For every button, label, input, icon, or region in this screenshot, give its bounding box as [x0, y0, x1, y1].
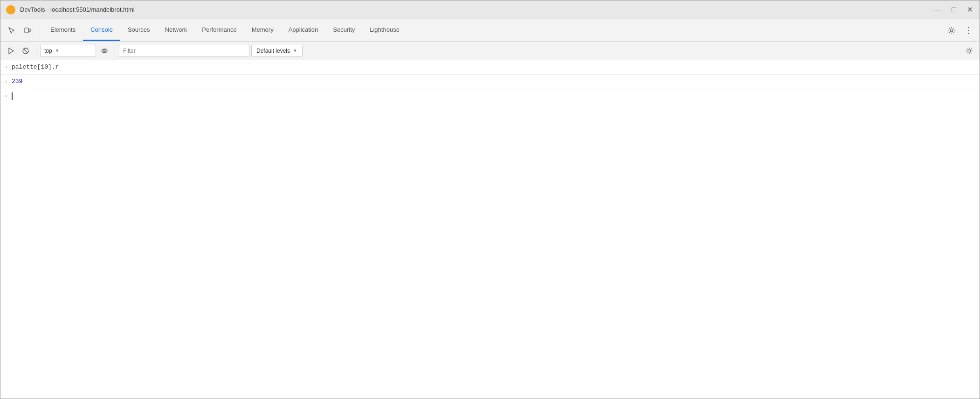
maximize-button[interactable]: □ [950, 6, 958, 14]
entry-arrow-input[interactable]: › [0, 62, 12, 72]
filter-input[interactable] [119, 45, 249, 57]
minimize-button[interactable]: — [934, 6, 942, 14]
console-settings-button[interactable] [963, 44, 976, 57]
nav-tools [4, 19, 39, 41]
svg-point-5 [102, 49, 107, 53]
entry-text-result: 239 [12, 77, 976, 87]
inspect-element-button[interactable] [4, 23, 19, 38]
nav-tabs: Elements Console Sources Network Perform… [43, 19, 944, 41]
svg-marker-2 [9, 48, 14, 54]
entry-text-input: palette[10].r [12, 62, 976, 72]
svg-rect-1 [29, 29, 30, 32]
title-bar: DevTools - localhost:5501/mandelbrot.htm… [0, 0, 980, 19]
nav-bar: Elements Console Sources Network Perform… [0, 19, 980, 42]
tab-application[interactable]: Application [281, 19, 326, 41]
devtools-icon [6, 5, 15, 14]
devtools-window: DevTools - localhost:5501/mandelbrot.htm… [0, 0, 980, 399]
settings-gear-icon [948, 27, 955, 34]
settings-button[interactable] [944, 23, 959, 38]
context-value: top [44, 48, 52, 54]
default-levels-button[interactable]: Default levels ▼ [251, 45, 303, 57]
tab-performance[interactable]: Performance [194, 19, 244, 41]
tab-elements[interactable]: Elements [43, 19, 83, 41]
console-output[interactable]: › palette[10].r ‹ 239 › [0, 60, 980, 399]
console-input-line[interactable]: › [0, 89, 980, 103]
tab-lighthouse[interactable]: Lighthouse [362, 19, 407, 41]
console-entry-input: › palette[10].r [0, 60, 980, 75]
window-title: DevTools - localhost:5501/mandelbrot.htm… [20, 6, 934, 13]
eye-icon [101, 47, 108, 55]
more-options-button[interactable]: ⋮ [961, 23, 976, 38]
context-dropdown-arrow: ▼ [55, 48, 60, 53]
tab-memory[interactable]: Memory [244, 19, 281, 41]
tab-console[interactable]: Console [83, 19, 120, 41]
context-selector[interactable]: top ▼ [40, 45, 96, 57]
svg-line-4 [24, 49, 28, 52]
block-icon [22, 47, 29, 55]
toolbar-divider-2 [115, 46, 115, 56]
device-toggle-button[interactable] [20, 23, 35, 38]
entry-arrow-result[interactable]: ‹ [0, 77, 12, 87]
cursor-blink [12, 92, 13, 100]
console-gear-icon [966, 47, 973, 55]
console-entry-result: ‹ 239 [0, 75, 980, 89]
clear-console-button[interactable] [19, 44, 32, 57]
input-caret: › [0, 91, 12, 101]
close-button[interactable]: ✕ [966, 6, 974, 14]
svg-point-6 [104, 50, 105, 52]
default-levels-arrow: ▼ [293, 48, 297, 53]
device-icon [24, 27, 31, 34]
default-levels-label: Default levels [256, 48, 290, 54]
console-toolbar: top ▼ Default levels ▼ [0, 42, 980, 60]
tab-security[interactable]: Security [325, 19, 362, 41]
run-button[interactable] [4, 44, 17, 57]
tab-sources[interactable]: Sources [120, 19, 158, 41]
window-controls: — □ ✕ [934, 6, 974, 14]
nav-right-actions: ⋮ [944, 19, 976, 41]
svg-rect-0 [25, 28, 28, 33]
cursor-icon [8, 27, 15, 34]
eye-button[interactable] [98, 44, 111, 57]
play-icon [7, 47, 14, 55]
tab-network[interactable]: Network [158, 19, 195, 41]
toolbar-divider-1 [36, 46, 36, 56]
